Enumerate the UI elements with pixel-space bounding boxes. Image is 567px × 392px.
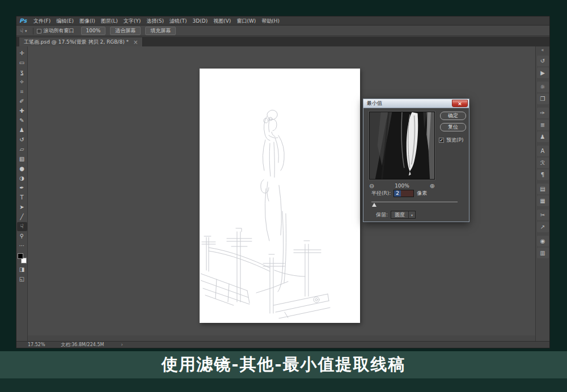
foreground-color-swatch[interactable] [18, 253, 23, 259]
zoom-out-icon[interactable]: ⊖ [369, 182, 374, 190]
status-bar: 17.52% 文档:36.8M/224.5M › [16, 341, 549, 348]
path-selection-tool[interactable]: ➤ [17, 203, 27, 212]
brush-tool[interactable]: ✎ [17, 116, 27, 125]
document-tab-bar: 工笔画.psd @ 17.5%(背景 拷贝 2, RGB/8) * × [16, 37, 549, 46]
menu-type[interactable]: 文字(Y) [121, 16, 144, 25]
brush-settings-panel-icon[interactable]: ✑ [537, 108, 549, 118]
page-background: Ps 文件(F) 编辑(E) 图像(I) 图层(L) 文字(Y) 选择(S) 滤… [0, 0, 567, 392]
history-panel-icon[interactable]: ↺ [537, 56, 549, 66]
properties-panel-icon[interactable]: ◉ [537, 236, 549, 246]
preserve-dropdown[interactable]: 圆度 ▾ [391, 211, 416, 219]
glyphs-panel-icon[interactable]: ℛ [537, 157, 549, 168]
ok-button[interactable]: 确定 [440, 112, 466, 120]
options-separator [33, 28, 33, 35]
crop-tool[interactable]: ⌗ [17, 87, 27, 96]
menu-image[interactable]: 图像(I) [77, 16, 98, 25]
quick-mask-button[interactable]: ◨ [17, 265, 27, 274]
screen-mode-button[interactable]: ◱ [17, 275, 27, 284]
styles-panel-icon[interactable]: ❐ [537, 93, 549, 104]
radius-value: 2 [394, 190, 401, 197]
options-bar: ☟ ▾ 滚动所有窗口 100% 适合屏幕 填充屏幕 [16, 26, 549, 36]
menu-file[interactable]: 文件(F) [31, 16, 53, 25]
fit-screen-button[interactable]: 适合屏幕 [110, 27, 141, 35]
preview-checkbox[interactable]: ✓ [439, 138, 444, 143]
gradient-tool[interactable]: ▧ [17, 155, 27, 164]
radius-input-fill [401, 190, 413, 197]
document-tab[interactable]: 工笔画.psd @ 17.5%(背景 拷贝 2, RGB/8) * × [19, 37, 143, 46]
status-document-size: 文档:36.8M/224.5M [61, 342, 104, 348]
healing-brush-tool[interactable]: ✚ [17, 106, 27, 116]
zoom-in-icon[interactable]: ⊕ [430, 182, 435, 190]
photoshop-window: Ps 文件(F) 编辑(E) 图像(I) 图层(L) 文字(Y) 选择(S) 滤… [16, 16, 550, 348]
preserve-row: 保留: 圆度 ▾ [376, 211, 416, 219]
radius-row: 半径(R): 2 像素 [371, 190, 427, 197]
clone-stamp-tool[interactable]: ♟ [17, 126, 27, 135]
status-zoom-level[interactable]: 17.52% [28, 342, 45, 347]
scroll-all-windows-checkbox[interactable] [37, 29, 41, 33]
eraser-tool[interactable]: ▱ [17, 145, 27, 154]
actions-panel-icon[interactable]: ▶ [537, 67, 549, 78]
menu-layer[interactable]: 图层(L) [98, 16, 121, 25]
pen-tool[interactable]: ✒ [17, 184, 27, 193]
tutorial-caption: 使用滤镜-其他-最小值提取线稿 [161, 353, 405, 376]
radius-input[interactable]: 2 [393, 190, 414, 197]
line-tool[interactable]: ╱ [17, 212, 27, 221]
menu-view[interactable]: 视图(V) [210, 16, 234, 25]
clone-source-panel-icon[interactable]: ♟ [537, 131, 549, 142]
hand-tool[interactable]: ☟ [17, 222, 27, 231]
status-chevron-icon[interactable]: › [121, 342, 122, 347]
radius-unit-label: 像素 [417, 190, 427, 197]
dialog-title-bar[interactable]: 最小值 × [363, 99, 469, 108]
collapse-panels-icon[interactable]: « [541, 48, 544, 53]
adjustments-panel-icon[interactable]: ☼ [537, 82, 549, 92]
character-panel-icon[interactable]: A [537, 146, 549, 156]
radius-label: 半径(R): [371, 190, 391, 197]
menu-edit[interactable]: 编辑(E) [53, 16, 77, 25]
menu-help[interactable]: 帮助(H) [259, 16, 282, 25]
scroll-all-windows-label: 滚动所有窗口 [44, 27, 74, 35]
brush-presets-panel-icon[interactable]: ≣ [537, 120, 549, 130]
zoom-tool[interactable]: ⚲ [17, 232, 27, 241]
fill-screen-button[interactable]: 填充屏幕 [145, 27, 176, 35]
edit-toolbar-icon[interactable]: ⋯ [17, 241, 27, 250]
menu-3d[interactable]: 3D(D) [190, 16, 211, 25]
caption-band: 使用滤镜-其他-最小值提取线稿 [0, 351, 567, 378]
paragraph-panel-icon[interactable]: ¶ [537, 169, 549, 180]
line-art-sketch [200, 69, 360, 323]
workspace-body: ✛ ▭ ʓ ✧ ⌗ ✐ ✚ ✎ ♟ ↺ ▱ ▧ ● ◑ ✒ T ➤ ╱ ☟ ⚲ [16, 46, 549, 342]
preview-image [370, 112, 434, 179]
blur-tool[interactable]: ● [17, 164, 27, 173]
menu-filter[interactable]: 滤镜(T) [167, 16, 190, 25]
move-tool[interactable]: ✛ [17, 49, 27, 58]
hand-tool-icon: ☟ [20, 28, 23, 34]
preserve-label: 保留: [376, 211, 388, 219]
dialog-close-button[interactable]: × [452, 100, 468, 107]
marquee-tool[interactable]: ▭ [17, 58, 27, 67]
radius-slider-thumb[interactable] [372, 203, 376, 207]
dodge-tool[interactable]: ◑ [17, 174, 27, 183]
reset-button[interactable]: 复位 [440, 123, 466, 131]
preview-checkbox-label: 预览(P) [446, 137, 463, 144]
radius-slider-track[interactable] [371, 202, 458, 202]
tool-preset-caret-icon[interactable]: ▾ [25, 29, 27, 33]
filter-preview-thumbnail[interactable] [369, 112, 435, 180]
bottom-strip [0, 378, 567, 392]
libraries-panel-icon[interactable]: ▤ [537, 184, 549, 194]
type-tool[interactable]: T [17, 193, 27, 202]
menu-bar: Ps 文件(F) 编辑(E) 图像(I) 图层(L) 文字(Y) 选择(S) 滤… [16, 16, 549, 25]
menu-select[interactable]: 选择(S) [143, 16, 167, 25]
eyedropper-tool[interactable]: ✐ [17, 97, 27, 106]
lasso-tool[interactable]: ʓ [17, 68, 27, 77]
slice-panel-icon[interactable]: ✂ [537, 210, 549, 220]
color-swatches[interactable] [18, 253, 27, 263]
history-brush-tool[interactable]: ↺ [17, 135, 27, 144]
menu-window[interactable]: 窗口(W) [234, 16, 259, 25]
info-panel-icon[interactable]: ▦ [537, 195, 549, 206]
zoom-100-button[interactable]: 100% [81, 27, 106, 35]
preview-option: ✓ 预览(P) [439, 137, 463, 144]
tab-close-icon[interactable]: × [133, 39, 138, 45]
document-canvas[interactable] [200, 69, 360, 323]
quick-selection-tool[interactable]: ✧ [17, 78, 27, 87]
channels-panel-icon[interactable]: ▥ [537, 248, 549, 258]
share-panel-icon[interactable]: ↗ [537, 221, 549, 232]
